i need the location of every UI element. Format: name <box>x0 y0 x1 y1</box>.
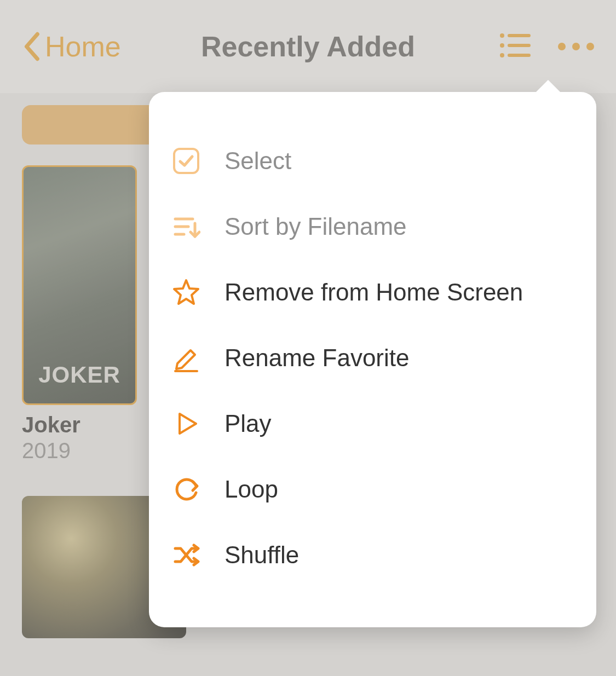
svg-rect-1 <box>508 34 531 37</box>
menu-item-label: Play <box>224 410 272 437</box>
menu-item-sort[interactable]: Sort by Filename <box>171 194 574 259</box>
select-icon <box>172 147 200 175</box>
menu-item-remove-home[interactable]: Remove from Home Screen <box>171 259 574 325</box>
context-menu: Select Sort by Filename Remove from Home… <box>149 92 596 627</box>
back-label: Home <box>45 30 121 63</box>
shuffle-icon <box>172 541 200 569</box>
svg-rect-5 <box>508 54 531 57</box>
header: Home Recently Added <box>0 0 616 93</box>
header-actions <box>500 33 594 60</box>
sort-icon <box>172 212 200 241</box>
menu-item-select[interactable]: Select <box>171 128 574 194</box>
more-button[interactable] <box>558 43 594 50</box>
menu-item-label: Remove from Home Screen <box>224 279 523 306</box>
menu-item-label: Shuffle <box>224 541 299 569</box>
page-title: Recently Added <box>201 30 415 63</box>
list-view-button[interactable] <box>500 33 531 60</box>
menu-item-label: Loop <box>224 476 278 503</box>
menu-item-loop[interactable]: Loop <box>171 457 574 522</box>
list-icon <box>500 33 531 58</box>
back-button[interactable]: Home <box>22 30 121 63</box>
svg-point-4 <box>500 53 504 57</box>
svg-rect-6 <box>174 149 198 173</box>
svg-point-0 <box>500 33 504 38</box>
svg-point-2 <box>500 43 504 48</box>
menu-item-rename[interactable]: Rename Favorite <box>171 325 574 391</box>
loop-icon <box>172 475 200 504</box>
poster-thumbnail[interactable] <box>22 165 137 405</box>
menu-item-shuffle[interactable]: Shuffle <box>171 522 574 588</box>
play-icon <box>172 409 200 438</box>
chevron-left-icon <box>22 31 41 62</box>
dot-icon <box>586 43 594 50</box>
star-icon <box>172 278 200 307</box>
menu-item-label: Sort by Filename <box>224 213 407 240</box>
menu-item-label: Select <box>224 147 291 175</box>
svg-rect-3 <box>508 44 531 47</box>
dot-icon <box>558 43 566 50</box>
menu-item-play[interactable]: Play <box>171 391 574 457</box>
dot-icon <box>572 43 580 50</box>
menu-item-label: Rename Favorite <box>224 344 409 372</box>
edit-icon <box>172 344 200 372</box>
